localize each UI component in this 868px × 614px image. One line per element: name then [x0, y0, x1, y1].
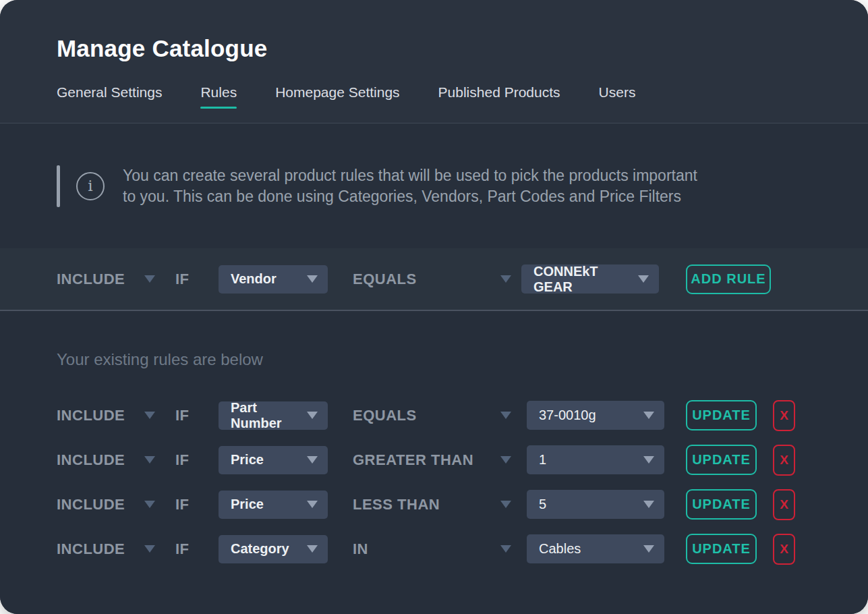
chevron-down-icon: [643, 456, 654, 464]
chevron-down-icon: [500, 545, 511, 553]
operator-dropdown[interactable]: EQUALS: [353, 271, 511, 288]
include-dropdown[interactable]: INCLUDE: [57, 407, 155, 424]
info-accent-bar: [57, 165, 60, 207]
chevron-down-icon: [307, 501, 318, 508]
chevron-down-icon: [638, 275, 649, 283]
existing-rules-section: Your existing rules are below INCLUDE IF…: [0, 311, 868, 614]
field-dropdown[interactable]: Category: [219, 535, 328, 563]
header: Manage Catalogue General Settings Rules …: [0, 0, 868, 123]
value-dropdown[interactable]: 5: [527, 490, 664, 519]
chevron-down-icon: [500, 501, 511, 508]
update-button[interactable]: UPDATE: [686, 489, 757, 520]
rule-row: INCLUDE IF Part Number EQUALS 37-0010g U…: [0, 400, 868, 430]
operator-dropdown[interactable]: LESS THAN: [353, 496, 511, 513]
existing-rules-list: INCLUDE IF Part Number EQUALS 37-0010g U…: [0, 400, 868, 564]
if-label: IF: [175, 407, 194, 424]
operator-dropdown[interactable]: GREATER THAN: [353, 451, 511, 469]
value-dropdown[interactable]: Cables: [527, 534, 664, 563]
include-dropdown[interactable]: INCLUDE: [57, 496, 155, 513]
chevron-down-icon: [307, 545, 318, 553]
include-label: INCLUDE: [57, 271, 125, 288]
chevron-down-icon: [643, 545, 654, 553]
tab-rules[interactable]: Rules: [200, 84, 237, 109]
chevron-down-icon: [500, 275, 511, 283]
update-button[interactable]: UPDATE: [686, 400, 757, 430]
info-text-line1: You can create several product rules tha…: [123, 165, 697, 186]
include-dropdown[interactable]: INCLUDE: [57, 271, 155, 288]
value-dropdown[interactable]: 1: [527, 445, 664, 474]
operator-dropdown[interactable]: EQUALS: [353, 407, 511, 424]
info-text-line2: to you. This can be done using Categorie…: [123, 186, 697, 207]
chevron-down-icon: [144, 501, 155, 508]
chevron-down-icon: [144, 412, 155, 419]
chevron-down-icon: [643, 501, 654, 508]
add-rule-button[interactable]: ADD RULE: [686, 264, 771, 294]
info-circle-icon: i: [76, 172, 105, 200]
existing-rules-heading: Your existing rules are below: [0, 349, 868, 370]
field-dropdown[interactable]: Vendor: [219, 265, 328, 294]
chevron-down-icon: [307, 456, 318, 464]
delete-rule-button[interactable]: X: [773, 400, 795, 431]
field-dropdown[interactable]: Part Number: [219, 401, 328, 430]
include-dropdown[interactable]: INCLUDE: [57, 451, 155, 469]
value-dropdown[interactable]: CONNEkT GEAR: [521, 264, 659, 294]
info-text: You can create several product rules tha…: [123, 165, 697, 207]
include-dropdown[interactable]: INCLUDE: [57, 540, 155, 558]
chevron-down-icon: [307, 412, 318, 419]
rule-builder-row: INCLUDE IF Vendor EQUALS CONNEkT GEAR AD…: [0, 248, 868, 310]
tab-users[interactable]: Users: [599, 84, 636, 109]
chevron-down-icon: [144, 456, 155, 464]
if-label: IF: [175, 451, 194, 469]
tab-published-products[interactable]: Published Products: [438, 84, 560, 109]
chevron-down-icon: [144, 275, 155, 283]
operator-dropdown[interactable]: IN: [353, 540, 511, 558]
chevron-down-icon: [500, 456, 511, 464]
rule-row: INCLUDE IF Category IN Cables UPDATE X: [0, 534, 868, 564]
rule-row: INCLUDE IF Price LESS THAN 5 UPDATE X: [0, 489, 868, 520]
rule-row: INCLUDE IF Price GREATER THAN 1 UPDATE: [0, 445, 868, 475]
if-label: IF: [175, 540, 194, 558]
operator-label: EQUALS: [353, 271, 417, 288]
delete-rule-button[interactable]: X: [773, 489, 795, 520]
info-banner: i You can create several product rules t…: [0, 123, 868, 248]
tab-bar: General Settings Rules Homepage Settings…: [57, 84, 868, 109]
rule-builder: INCLUDE IF Vendor EQUALS CONNEkT GEAR AD…: [0, 248, 868, 311]
value-dropdown[interactable]: 37-0010g: [527, 401, 664, 430]
if-label: IF: [175, 496, 194, 513]
page-title: Manage Catalogue: [57, 35, 868, 62]
manage-catalogue-panel: Manage Catalogue General Settings Rules …: [0, 0, 868, 614]
chevron-down-icon: [643, 412, 654, 419]
delete-rule-button[interactable]: X: [773, 445, 795, 476]
tab-homepage-settings[interactable]: Homepage Settings: [275, 84, 399, 109]
update-button[interactable]: UPDATE: [686, 445, 757, 475]
tab-general-settings[interactable]: General Settings: [57, 84, 162, 109]
chevron-down-icon: [307, 275, 318, 283]
field-dropdown[interactable]: Price: [219, 446, 328, 474]
update-button[interactable]: UPDATE: [686, 534, 757, 564]
chevron-down-icon: [500, 412, 511, 419]
delete-rule-button[interactable]: X: [773, 534, 795, 565]
field-dropdown[interactable]: Price: [219, 491, 328, 519]
chevron-down-icon: [144, 545, 155, 553]
if-label: IF: [175, 271, 194, 288]
